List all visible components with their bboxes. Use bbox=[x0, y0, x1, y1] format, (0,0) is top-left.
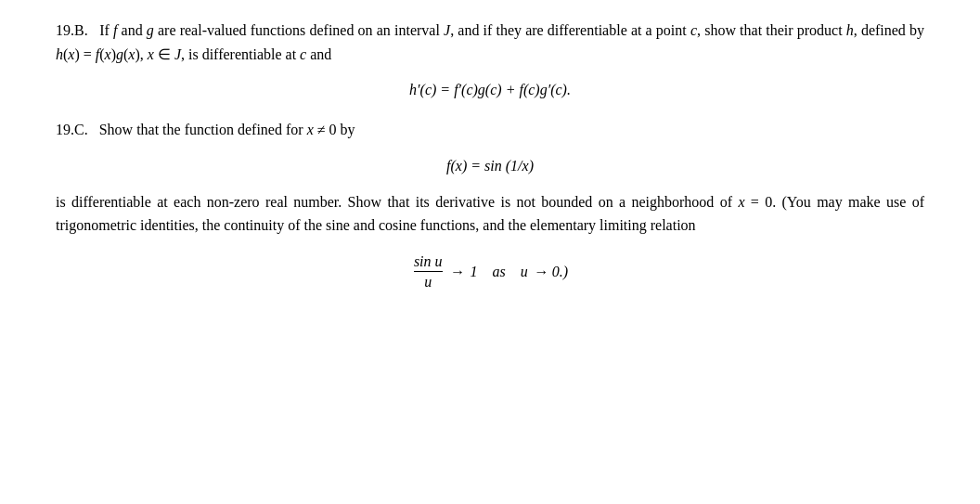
problem-19b-label: 19.B. bbox=[56, 22, 88, 38]
content-area: 19.B. If f and g are real-valued functio… bbox=[56, 19, 924, 291]
problem-19c: 19.C. Show that the function defined for… bbox=[56, 118, 924, 291]
19b-formula: h′(c) = f′(c)g(c) + f(c)g′(c). bbox=[56, 79, 924, 101]
19c-formula: f(x) = sin (1/x) bbox=[56, 155, 924, 177]
problem-19c-body: is differentiable at each non-zero real … bbox=[56, 190, 924, 238]
problem-19c-label: 19.C. bbox=[56, 122, 88, 137]
problem-19b-text: 19.B. If f and g are real-valued functio… bbox=[56, 19, 924, 66]
problem-19b: 19.B. If f and g are real-valued functio… bbox=[56, 19, 924, 101]
problem-19c-intro: 19.C. Show that the function defined for… bbox=[56, 118, 924, 142]
arrow-icon: → bbox=[450, 261, 465, 283]
19c-limit-formula: sin u u → 1 as u → 0.) bbox=[56, 251, 924, 291]
